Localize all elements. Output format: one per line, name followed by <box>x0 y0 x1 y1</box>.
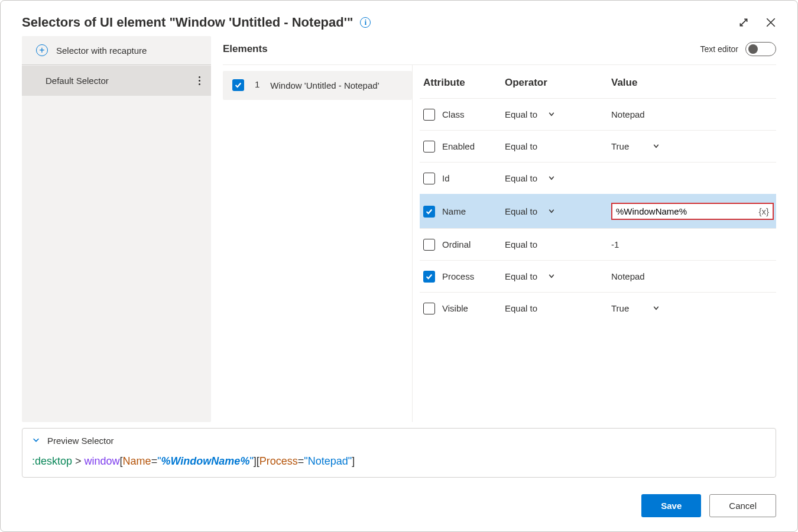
chevron-down-icon[interactable] <box>653 303 660 313</box>
elements-heading: Elements <box>223 43 268 55</box>
plus-icon: + <box>36 44 48 56</box>
attribute-row[interactable]: EnabledEqual toTrue <box>420 130 776 162</box>
elements-column: 1 Window 'Untitled - Notepad' <box>223 65 412 422</box>
attribute-checkbox[interactable] <box>423 271 435 283</box>
chevron-down-icon <box>32 436 40 446</box>
attribute-value[interactable]: -1 <box>611 239 619 249</box>
element-label: Window 'Untitled - Notepad' <box>270 79 379 92</box>
main-content: 1 Window 'Untitled - Notepad' Attribute … <box>223 65 776 422</box>
attribute-name: Id <box>442 173 450 183</box>
operator-header: Operator <box>505 77 611 89</box>
operator-value[interactable]: Equal to <box>505 141 537 151</box>
attribute-checkbox[interactable] <box>423 109 435 121</box>
operator-value[interactable]: Equal to <box>505 206 537 216</box>
operator-value[interactable]: Equal to <box>505 173 537 183</box>
operator-value[interactable]: Equal to <box>505 239 537 249</box>
attribute-row[interactable]: VisibleEqual toTrue <box>420 292 776 324</box>
attributes-rows: ClassEqual toNotepadEnabledEqual toTrueI… <box>420 98 776 324</box>
attribute-name: Ordinal <box>442 239 471 249</box>
attribute-header: Attribute <box>422 77 505 89</box>
add-selector-button[interactable]: + Selector with recapture <box>22 36 211 65</box>
attribute-name: Class <box>442 109 465 119</box>
attribute-checkbox[interactable] <box>423 141 435 153</box>
attribute-checkbox[interactable] <box>423 239 435 251</box>
text-editor-label: Text editor <box>700 44 738 54</box>
attribute-checkbox[interactable] <box>423 206 435 218</box>
body: + Selector with recapture Default Select… <box>1 36 797 422</box>
chevron-down-icon[interactable] <box>653 141 660 151</box>
chevron-down-icon[interactable] <box>548 272 555 281</box>
operator-value[interactable]: Equal to <box>505 109 537 119</box>
chevron-down-icon[interactable] <box>548 207 555 216</box>
attribute-name: Visible <box>442 303 468 313</box>
cancel-button[interactable]: Cancel <box>709 494 776 517</box>
dialog-title: Selectors of UI element "Window 'Untitle… <box>22 15 353 30</box>
operator-value[interactable]: Equal to <box>505 271 537 281</box>
header: Selectors of UI element "Window 'Untitle… <box>1 1 797 36</box>
attribute-value[interactable]: True <box>611 141 629 151</box>
preview-panel: Preview Selector :desktop > window[Name=… <box>22 428 776 478</box>
main-panel: Elements Text editor 1 Window 'Untitled … <box>223 36 776 422</box>
chevron-down-icon[interactable] <box>548 110 555 119</box>
save-button[interactable]: Save <box>641 494 701 517</box>
more-options-icon[interactable] <box>196 74 203 87</box>
add-selector-label: Selector with recapture <box>56 46 147 56</box>
attribute-row[interactable]: IdEqual to <box>420 162 776 194</box>
attribute-name: Enabled <box>442 141 475 151</box>
attribute-row[interactable]: ClassEqual toNotepad <box>420 98 776 130</box>
variable-picker-icon[interactable]: {x} <box>758 206 769 216</box>
attribute-row[interactable]: OrdinalEqual to-1 <box>420 228 776 260</box>
selector-sidebar: + Selector with recapture Default Select… <box>22 36 211 422</box>
preview-toggle[interactable]: Preview Selector <box>32 436 766 446</box>
attribute-value[interactable]: True <box>611 303 629 313</box>
attribute-row[interactable]: NameEqual to{x} <box>420 194 776 228</box>
main-header: Elements Text editor <box>223 36 776 65</box>
attribute-value[interactable]: Notepad <box>611 271 645 281</box>
element-checkbox[interactable] <box>232 79 244 91</box>
element-index: 1 <box>255 79 259 89</box>
attributes-header: Attribute Operator Value <box>420 65 776 98</box>
chevron-down-icon[interactable] <box>548 174 555 183</box>
value-header: Value <box>611 77 776 89</box>
sidebar-item-default-selector[interactable]: Default Selector <box>22 65 211 96</box>
sidebar-item-label: Default Selector <box>46 76 196 86</box>
attributes-column: Attribute Operator Value ClassEqual toNo… <box>412 65 776 422</box>
selector-builder-window: Selectors of UI element "Window 'Untitle… <box>0 0 798 532</box>
value-input[interactable] <box>616 206 755 216</box>
expand-icon[interactable] <box>738 17 749 28</box>
text-editor-toggle[interactable] <box>745 42 776 56</box>
element-item[interactable]: 1 Window 'Untitled - Notepad' <box>223 71 412 100</box>
preview-selector-code: :desktop > window[Name="%WindowName%"][P… <box>32 455 766 468</box>
toggle-knob <box>748 44 758 54</box>
value-input-highlighted: {x} <box>611 203 774 220</box>
footer: Save Cancel <box>1 487 797 531</box>
info-icon[interactable]: i <box>360 17 371 28</box>
operator-value[interactable]: Equal to <box>505 303 537 313</box>
attribute-row[interactable]: ProcessEqual toNotepad <box>420 260 776 292</box>
preview-title: Preview Selector <box>47 436 114 446</box>
attribute-checkbox[interactable] <box>423 303 435 314</box>
attribute-value[interactable]: Notepad <box>611 109 645 119</box>
attribute-name: Process <box>442 271 474 281</box>
attribute-checkbox[interactable] <box>423 173 435 184</box>
attribute-name: Name <box>442 206 466 216</box>
close-icon[interactable] <box>765 17 776 28</box>
